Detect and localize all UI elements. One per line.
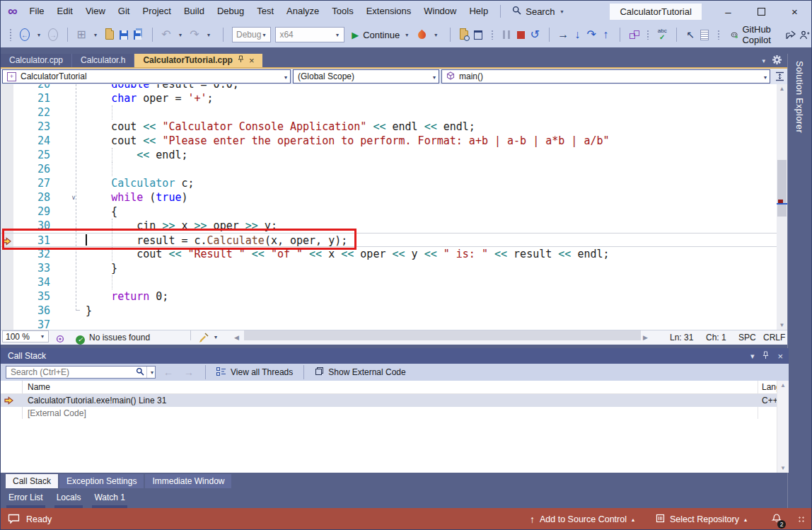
- callstack-scrollbar[interactable]: ▲ ▼: [777, 381, 789, 473]
- pin-icon[interactable]: [762, 351, 769, 362]
- menu-help[interactable]: Help: [463, 1, 494, 22]
- find-in-files-icon[interactable]: [457, 26, 471, 43]
- solution-configuration-dropdown[interactable]: Debug▾: [232, 27, 271, 42]
- menu-extensions[interactable]: Extensions: [360, 1, 418, 22]
- callstack-search-input[interactable]: [6, 367, 136, 377]
- continue-button[interactable]: ▶Continue▾: [352, 30, 410, 40]
- member-dropdown[interactable]: main() ▾: [441, 69, 770, 83]
- editor-horizontal-scrollbar[interactable]: [244, 330, 641, 340]
- call-stack-header[interactable]: Call Stack ▾ ×: [1, 348, 789, 364]
- show-external-code-button[interactable]: Show External Code: [313, 367, 407, 378]
- new-project-dropdown[interactable]: ▾: [88, 26, 103, 43]
- menu-tools[interactable]: Tools: [325, 1, 359, 22]
- code-line-33[interactable]: 33 }: [1, 261, 777, 275]
- callstack-row[interactable]: [External Code]: [1, 407, 789, 420]
- tab-CalculatorTutorial.cpp[interactable]: CalculatorTutorial.cpp×: [134, 54, 262, 67]
- pin-tab-icon[interactable]: [238, 54, 244, 67]
- code-cleanup-icon[interactable]: [199, 333, 209, 347]
- menu-edit[interactable]: Edit: [51, 1, 79, 22]
- scope-dropdown[interactable]: (Global Scope) ▾: [293, 69, 439, 83]
- close-button[interactable]: ×: [778, 1, 811, 22]
- send-feedback-icon[interactable]: [797, 26, 811, 43]
- callstack-row[interactable]: CalculatorTutorial.exe!main() Line 31C++: [1, 394, 789, 407]
- notifications-button[interactable]: 2: [771, 513, 782, 526]
- save-icon[interactable]: [117, 26, 131, 43]
- zoom-dropdown[interactable]: 100 %▾: [2, 330, 49, 342]
- menu-git[interactable]: Git: [112, 1, 137, 22]
- code-line-21[interactable]: 21 char oper = '+';: [1, 91, 777, 105]
- text-visualizer-icon[interactable]: abc✓: [655, 26, 669, 43]
- select-repository-button[interactable]: Select Repository ▴: [656, 514, 747, 525]
- new-project-icon[interactable]: ⊞: [74, 26, 88, 43]
- navigate-backward-dropdown[interactable]: ▾: [32, 26, 46, 43]
- maximize-button[interactable]: [745, 1, 778, 22]
- code-line-22[interactable]: 22: [1, 105, 777, 120]
- menu-window[interactable]: Window: [417, 1, 463, 22]
- collapsed-tab-watch-1[interactable]: Watch 1: [92, 492, 127, 508]
- code-line-36[interactable]: 36}: [1, 304, 777, 318]
- code-line-20[interactable]: 20 double result = 0.0;: [1, 84, 777, 91]
- show-next-statement-icon[interactable]: →: [556, 26, 570, 43]
- solution-platform-dropdown[interactable]: x64▾: [275, 27, 344, 42]
- resize-grip[interactable]: [798, 516, 806, 524]
- code-cleanup-dropdown[interactable]: ▾: [213, 330, 219, 345]
- scroll-up-icon[interactable]: ▲: [777, 86, 787, 92]
- panel-tab-call-stack[interactable]: Call Stack: [6, 474, 58, 488]
- collapsed-tab-locals[interactable]: Locals: [54, 492, 83, 508]
- github-copilot-button[interactable]: GitHub Copilot: [731, 24, 778, 45]
- minimize-button[interactable]: –: [712, 1, 745, 22]
- undo-dropdown[interactable]: ▾: [173, 26, 187, 43]
- view-all-threads-button[interactable]: View all Threads: [214, 367, 295, 378]
- code-line-26[interactable]: 26: [1, 162, 777, 176]
- panel-tab-immediate-window[interactable]: Immediate Window: [145, 474, 231, 488]
- editor-vertical-scrollbar[interactable]: ▲ ▼: [777, 84, 787, 330]
- tab-list-dropdown-icon[interactable]: ▾: [762, 57, 765, 64]
- step-over-icon[interactable]: ↷: [584, 26, 598, 43]
- issues-indicator[interactable]: ✓No issues found: [76, 330, 150, 345]
- inspect-element-icon[interactable]: ↖: [683, 26, 697, 43]
- project-dropdown[interactable]: + CalculatorTutorial ▾: [2, 69, 291, 83]
- open-file-icon[interactable]: [103, 26, 117, 43]
- code-line-27[interactable]: 27 Calculator c;: [1, 176, 777, 190]
- stop-debugging-icon[interactable]: [514, 26, 528, 43]
- redo-dropdown[interactable]: ▾: [202, 26, 216, 43]
- tab-Calculator.h[interactable]: Calculator.h: [72, 54, 134, 67]
- scroll-up-icon[interactable]: ▲: [777, 382, 789, 388]
- step-into-icon[interactable]: ↓: [570, 26, 584, 43]
- scroll-down-icon[interactable]: ▼: [777, 322, 787, 328]
- collapsed-tab-error-list[interactable]: Error List: [6, 492, 45, 508]
- menu-project[interactable]: Project: [136, 1, 177, 22]
- call-stack-column-headers[interactable]: Name Lang: [1, 381, 789, 394]
- code-editor[interactable]: 20 double result = 0.0;21 char oper = '+…: [1, 84, 787, 330]
- search-options-dropdown[interactable]: ▾: [149, 369, 155, 376]
- code-line-25[interactable]: 25 << endl;: [1, 148, 777, 162]
- code-line-24[interactable]: 24 cout << "Please enter the operation t…: [1, 134, 777, 148]
- search-dropdown-icon[interactable]: ▾: [559, 8, 564, 15]
- frame-forward-icon[interactable]: →: [181, 367, 197, 378]
- toolbar-grip[interactable]: [4, 26, 18, 43]
- menu-build[interactable]: Build: [178, 1, 211, 22]
- hscroll-right-icon[interactable]: ▶: [643, 330, 648, 345]
- code-line-28[interactable]: 28∨ while (true): [1, 190, 777, 204]
- menu-test[interactable]: Test: [250, 1, 280, 22]
- search-control[interactable]: Search ▾: [506, 6, 570, 17]
- split-editor-icon[interactable]: [773, 69, 786, 83]
- share-icon[interactable]: [783, 26, 797, 43]
- toolbar-overflow-3[interactable]: [712, 26, 726, 43]
- menu-debug[interactable]: Debug: [211, 1, 250, 22]
- hot-reload-icon[interactable]: [414, 26, 429, 43]
- code-line-29[interactable]: 29 {: [1, 204, 777, 219]
- menu-analyze[interactable]: Analyze: [280, 1, 325, 22]
- close-tab-icon[interactable]: ×: [249, 54, 255, 67]
- break-all-icon[interactable]: [499, 26, 514, 43]
- navigate-forward-icon[interactable]: →: [46, 26, 60, 43]
- callstack-search-box[interactable]: ▾: [6, 366, 156, 379]
- tab-Calculator.cpp[interactable]: Calculator.cpp: [1, 54, 72, 67]
- menu-view[interactable]: View: [79, 1, 112, 22]
- code-line-34[interactable]: 34: [1, 275, 777, 289]
- scroll-down-icon[interactable]: ▼: [777, 465, 789, 471]
- solution-explorer-tab[interactable]: Solution Explorer: [787, 54, 812, 508]
- redo-icon[interactable]: ↷: [187, 26, 202, 43]
- hscroll-left-icon[interactable]: ◀: [234, 330, 239, 345]
- gear-icon[interactable]: [772, 54, 782, 67]
